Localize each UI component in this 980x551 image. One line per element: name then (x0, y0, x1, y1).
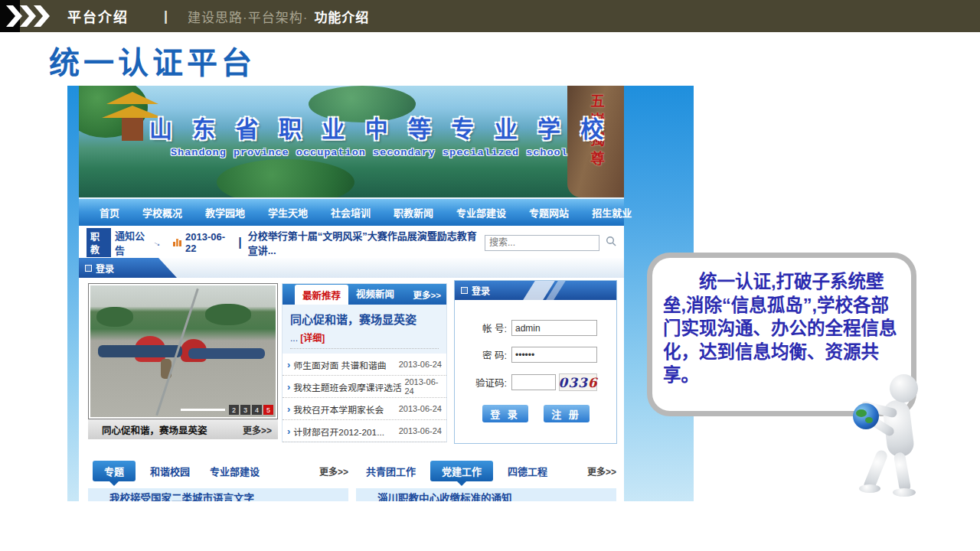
list-arrow-icon: › (287, 403, 290, 415)
schoolyard-photo: 2 3 4 5 (90, 285, 276, 417)
search-input[interactable] (485, 235, 599, 251)
pager-progress-bar (181, 409, 225, 411)
news-title: 我校主题班会观摩课评选活动... (293, 380, 401, 393)
tab-harmonious-campus[interactable]: 和谐校园 (150, 464, 190, 478)
register-button[interactable]: 注 册 (544, 405, 590, 422)
news-title: 师生面对面 共谱和谐曲 (293, 358, 386, 371)
globe-land (856, 409, 867, 417)
slide: 平台介绍 | 建设思路·平台架构· 功能介绍 统一认证平台 五嶽獨尊 山 东 省… (0, 0, 980, 551)
topbar-separator: | (164, 8, 168, 24)
login-strip-tab: 登录 (79, 258, 177, 278)
news-row[interactable]: › 计财部召开2012-201... 2013-06-24 (283, 420, 446, 442)
captcha-label: 验证码: (462, 375, 507, 390)
ticker-headline-link[interactable]: 分校举行第十届“文明风采”大赛作品展演暨励志教育宣讲... (248, 228, 485, 257)
featured-news-title[interactable]: 同心促和谐，赛场显英姿 (290, 311, 439, 327)
login-buttons-row: 登 录 注 册 (455, 405, 616, 422)
password-input[interactable] (511, 347, 597, 363)
nav-item-social-training[interactable]: 社会培训 (319, 205, 382, 220)
tab-special-topic[interactable]: 专题 (93, 461, 136, 481)
tab-four-virtues[interactable]: 四德工程 (508, 464, 547, 478)
site-banner: 五嶽獨尊 山 东 省 职 业 中 等 专 业 学 校 Shandong prov… (79, 86, 624, 197)
news-more-link[interactable]: 更多>> (408, 289, 446, 305)
arrow-icon: → (151, 236, 164, 249)
photo-caption-bar: 同心促和谐，赛场显英姿 更多>> (88, 419, 278, 439)
news-row[interactable]: › 我校主题班会观摩课评选活动... 2013-06-24 (283, 376, 446, 398)
panel-toggle-icon[interactable] (461, 287, 468, 294)
password-label: 密 码: (462, 347, 507, 362)
photo-caption-text: 同心促和谐，赛场显英姿 (102, 422, 207, 437)
notice-link[interactable]: 通知公告 (115, 228, 152, 257)
captcha-image[interactable]: 033 6 (559, 373, 597, 391)
nav-item-special-sites[interactable]: 专题网站 (518, 205, 580, 220)
news-date: 2013-06-24 (396, 360, 442, 369)
search-box (485, 235, 616, 251)
bar-chart-icon (173, 236, 182, 249)
list-arrow-icon: › (287, 359, 290, 370)
slide-topbar: 平台介绍 | 建设思路·平台架构· 功能介绍 (0, 0, 980, 32)
tab-video-news[interactable]: 视频新闻 (348, 286, 402, 305)
login-panel-title: 登录 (472, 284, 490, 297)
account-input[interactable] (511, 320, 597, 336)
topics-tabs: 专题 和谐校园 专业部建设 更多>> (88, 461, 348, 481)
party-headline-link[interactable]: 淄川职教中心收缴标准的通知 (356, 488, 616, 501)
tab-latest-recommend[interactable]: 最新推荐 (295, 285, 348, 305)
ticker-divider: | (238, 236, 241, 249)
pager-page-2[interactable]: 2 (229, 405, 239, 415)
globe-land (865, 417, 873, 423)
captcha-input[interactable] (511, 374, 556, 390)
panel-toggle-icon[interactable] (85, 265, 92, 272)
globe-icon (853, 403, 879, 429)
news-title: 计财部召开2012-201... (293, 425, 384, 438)
nav-item-school-overview[interactable]: 学校概况 (131, 205, 194, 220)
pager-page-4[interactable]: 4 (252, 405, 262, 415)
nav-item-vocational-news[interactable]: 职教新闻 (382, 205, 445, 220)
featured-ellipsis: ... (290, 333, 298, 344)
account-row: 帐 号: (462, 320, 609, 336)
login-panel: 登录 帐 号: 密 码: 验证码: 033 6 (454, 280, 617, 444)
ticker-badge: 职教 (87, 228, 111, 257)
news-date: 2013-06-24 (396, 404, 442, 413)
news-row[interactable]: › 我校召开本学期家长会 2013-06-24 (283, 398, 446, 420)
tab-youth-league[interactable]: 共青团工作 (366, 464, 416, 478)
school-name-en: Shandong province occupation secondary s… (171, 147, 568, 158)
party-panel: 共青团工作 党建工作 四德工程 更多>> 淄川职教中心收缴标准的通知 (356, 461, 616, 501)
topics-more-link[interactable]: 更多>> (319, 465, 348, 478)
topics-panel: 专题 和谐校园 专业部建设 更多>> 我校接受国家二类城市语言文字 (88, 461, 348, 501)
nav-item-enrollment[interactable]: 招生就业 (580, 205, 643, 220)
captcha-digits-blue: 033 (558, 375, 588, 390)
student-crowd (188, 348, 265, 359)
student-crowd (98, 345, 182, 357)
nav-item-teaching[interactable]: 教学园地 (194, 205, 256, 220)
figure-leg (893, 452, 912, 493)
tab-party-building[interactable]: 党建工作 (430, 461, 493, 481)
news-row[interactable]: › 师生面对面 共谱和谐曲 2013-06-24 (283, 354, 446, 376)
news-date: 2013-06-24 (401, 377, 442, 396)
nav-item-home[interactable]: 首页 (88, 205, 131, 220)
tree-blob (96, 307, 133, 327)
page-title: 统一认证平台 (49, 38, 256, 83)
pager-page-3[interactable]: 3 (240, 405, 250, 415)
list-arrow-icon: › (287, 425, 290, 437)
school-name-cn: 山 东 省 职 业 中 等 专 业 学 校 (149, 110, 555, 144)
pager-page-5-active[interactable]: 5 (263, 405, 273, 415)
photo-more-link[interactable]: 更多>> (243, 423, 272, 436)
figure-foot (893, 488, 916, 497)
nav-item-students[interactable]: 学生天地 (256, 205, 319, 220)
login-button[interactable]: 登 录 (482, 405, 528, 422)
detail-link[interactable]: [详细] (300, 333, 325, 344)
tree-blob (205, 304, 251, 325)
news-panel-header: 最新推荐 视频新闻 更多>> (283, 284, 446, 305)
search-icon[interactable] (606, 236, 616, 249)
login-strip-label: 登录 (96, 262, 114, 275)
nav-item-department[interactable]: 专业部建设 (445, 205, 518, 220)
figure-3d (848, 370, 929, 496)
photo-slideshow[interactable]: 2 3 4 5 (88, 283, 278, 419)
captcha-row: 验证码: 033 6 (462, 373, 609, 391)
topics-headline-link[interactable]: 我校接受国家二类城市语言文字 (88, 488, 348, 501)
pagoda-icon (106, 92, 158, 104)
topbar-section-label: 平台介绍 (67, 6, 129, 26)
news-ticker: 职教 通知公告 → 2013-06-22 | 分校举行第十届“文明风采”大赛作品… (79, 227, 624, 258)
login-strip: 登录 (79, 258, 624, 278)
tab-department-building[interactable]: 专业部建设 (210, 464, 260, 478)
party-more-link[interactable]: 更多>> (587, 465, 616, 478)
